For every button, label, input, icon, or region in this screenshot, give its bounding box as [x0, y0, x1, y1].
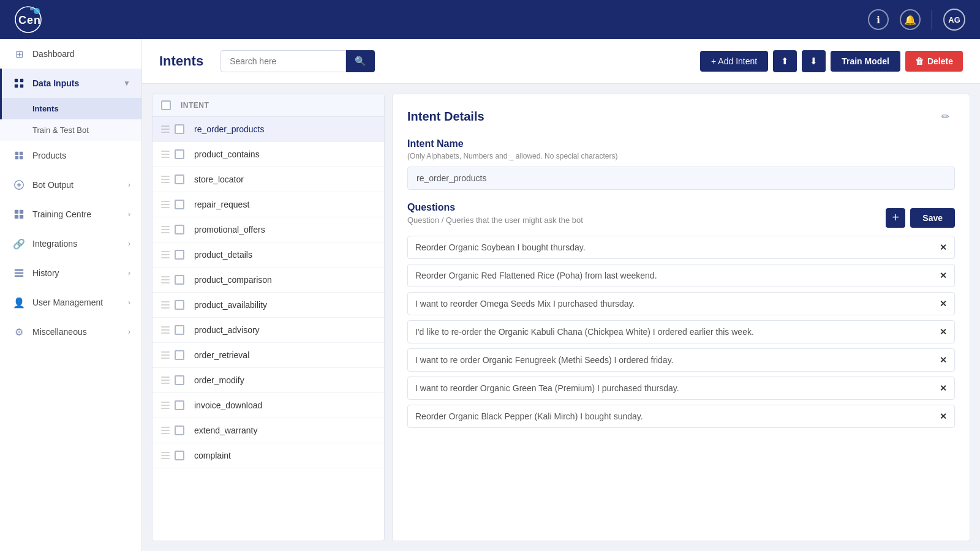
- download-button[interactable]: ⬇: [802, 50, 826, 72]
- sidebar-label-misc: Miscellaneous: [32, 327, 121, 337]
- intent-row[interactable]: complaint: [153, 443, 384, 468]
- sidebar-label-training: Training Centre: [32, 209, 121, 219]
- intent-name-label: product_availability: [194, 300, 267, 310]
- intent-row[interactable]: repair_request: [153, 192, 384, 217]
- sidebar-item-bot-output[interactable]: Bot Output ›: [0, 170, 141, 200]
- intent-checkbox[interactable]: [175, 275, 184, 285]
- intent-row[interactable]: product_contains: [153, 142, 384, 167]
- sidebar-item-miscellaneous[interactable]: ⚙ Miscellaneous ›: [0, 317, 141, 347]
- bell-icon: 🔔: [904, 14, 916, 26]
- question-text: Reorder Organic Black Pepper (Kali Mirch…: [415, 411, 933, 421]
- svg-rect-15: [15, 215, 18, 219]
- svg-rect-4: [15, 79, 18, 82]
- sidebar-item-training-centre[interactable]: Training Centre ›: [0, 200, 141, 229]
- questions-actions: + Save: [886, 208, 955, 228]
- sidebar-item-intents[interactable]: Intents: [0, 98, 141, 119]
- sidebar-item-data-inputs[interactable]: Data Inputs ▼: [0, 69, 141, 98]
- avatar[interactable]: AG: [943, 9, 965, 31]
- edit-intent-button[interactable]: ✏: [935, 107, 955, 126]
- intent-checkbox[interactable]: [175, 300, 184, 310]
- topnav: Cense Cense ℹ 🔔 AG: [0, 0, 980, 39]
- intent-checkbox[interactable]: [175, 375, 184, 385]
- remove-question-button[interactable]: ✕: [940, 242, 947, 252]
- search-button[interactable]: 🔍: [346, 50, 375, 72]
- remove-question-button[interactable]: ✕: [940, 383, 947, 393]
- data-inputs-submenu: Intents Train & Test Bot: [0, 98, 141, 141]
- intent-row[interactable]: promotional_offers: [153, 217, 384, 242]
- intent-checkbox[interactable]: [175, 350, 184, 360]
- intent-checkbox[interactable]: [175, 124, 184, 134]
- intent-checkbox[interactable]: [175, 400, 184, 410]
- add-intent-button[interactable]: + Add Intent: [700, 51, 768, 72]
- intent-detail-panel: Intent Details ✏ Intent Name (Only Alpha…: [392, 94, 970, 541]
- edit-icon: ✏: [941, 111, 949, 122]
- svg-point-3: [30, 7, 34, 10]
- drag-handle: [161, 150, 170, 159]
- question-row: I'd like to re-order the Organic Kabuli …: [407, 320, 955, 343]
- intent-rows: re_order_products product_contains store…: [153, 117, 384, 468]
- intent-checkbox[interactable]: [175, 325, 184, 335]
- remove-question-button[interactable]: ✕: [940, 355, 947, 365]
- intent-checkbox[interactable]: [175, 425, 184, 435]
- remove-question-button[interactable]: ✕: [940, 327, 947, 337]
- sidebar-item-train-test-bot[interactable]: Train & Test Bot: [0, 119, 141, 141]
- intent-row[interactable]: order_retrieval: [153, 343, 384, 368]
- svg-rect-19: [15, 276, 23, 277]
- intent-checkbox[interactable]: [175, 451, 184, 460]
- intent-row[interactable]: product_details: [153, 242, 384, 268]
- intent-name-label: product_contains: [194, 149, 260, 159]
- intent-checkbox[interactable]: [175, 225, 184, 234]
- intent-row[interactable]: re_order_products: [153, 117, 384, 142]
- intent-row[interactable]: invoice_download: [153, 393, 384, 418]
- select-all-checkbox[interactable]: [161, 100, 181, 110]
- intent-name-label: product_details: [194, 250, 252, 260]
- question-text: Reorder Organic Soybean I bought thursda…: [415, 242, 933, 252]
- chevron-right-icon6: ›: [128, 328, 130, 336]
- svg-rect-7: [20, 84, 23, 88]
- drag-handle: [161, 326, 170, 334]
- sidebar-item-user-management[interactable]: 👤 User Management ›: [0, 288, 141, 317]
- intent-checkbox[interactable]: [175, 250, 184, 260]
- intent-row[interactable]: store_locator: [153, 167, 384, 192]
- sidebar-label-history: History: [32, 268, 121, 278]
- sidebar-item-integrations[interactable]: 🔗 Integrations ›: [0, 229, 141, 258]
- intent-checkbox[interactable]: [175, 174, 184, 184]
- info-icon-btn[interactable]: ℹ: [868, 9, 889, 30]
- sidebar-item-history[interactable]: History ›: [0, 258, 141, 288]
- upload-button[interactable]: ⬆: [773, 50, 797, 72]
- delete-button[interactable]: 🗑 Delete: [905, 51, 963, 72]
- sidebar-item-products[interactable]: Products: [0, 141, 141, 170]
- svg-rect-10: [15, 156, 18, 159]
- save-questions-button[interactable]: Save: [910, 208, 955, 228]
- intent-row[interactable]: product_availability: [153, 293, 384, 318]
- intent-row[interactable]: product_comparison: [153, 268, 384, 293]
- train-model-button[interactable]: Train Model: [831, 51, 900, 72]
- svg-rect-8: [15, 152, 18, 155]
- remove-question-button[interactable]: ✕: [940, 271, 947, 280]
- remove-question-button[interactable]: ✕: [940, 411, 947, 421]
- drag-handle: [161, 250, 170, 259]
- logo: Cense Cense: [15, 6, 45, 33]
- intent-row[interactable]: product_advisory: [153, 318, 384, 343]
- user-management-icon: 👤: [13, 296, 25, 309]
- add-question-button[interactable]: +: [886, 208, 905, 228]
- remove-question-button[interactable]: ✕: [940, 299, 947, 309]
- intent-row[interactable]: order_modify: [153, 368, 384, 393]
- chevron-right-icon5: ›: [128, 298, 130, 307]
- sidebar-label-integrations: Integrations: [32, 239, 121, 249]
- question-text: I want to reorder Organic Green Tea (Pre…: [415, 383, 933, 393]
- content-area: Intents 🔍 + Add Intent ⬆ ⬇ Train Model: [142, 39, 980, 551]
- notification-bell-btn[interactable]: 🔔: [900, 9, 921, 30]
- question-row: I want to reorder Omega Seeds Mix I purc…: [407, 292, 955, 315]
- sidebar-item-dashboard[interactable]: ⊞ Dashboard: [0, 39, 141, 69]
- trash-icon: 🗑: [915, 56, 924, 66]
- drag-handle: [161, 125, 170, 133]
- intent-name-label: order_retrieval: [194, 350, 249, 360]
- nav-divider: [932, 10, 932, 29]
- drag-handle: [161, 351, 170, 359]
- search-input[interactable]: [221, 50, 346, 72]
- intent-checkbox[interactable]: [175, 149, 184, 159]
- history-icon: [13, 267, 25, 279]
- intent-row[interactable]: extend_warranty: [153, 418, 384, 443]
- intent-checkbox[interactable]: [175, 200, 184, 209]
